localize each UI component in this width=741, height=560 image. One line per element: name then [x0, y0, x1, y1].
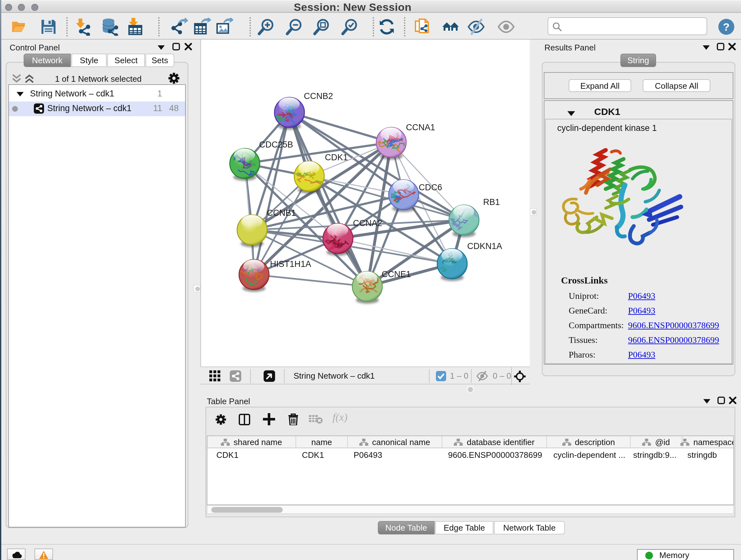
- svg-text:CCNA1: CCNA1: [406, 123, 435, 132]
- svg-text:CDKN1A: CDKN1A: [467, 241, 502, 251]
- svg-text:CDK1: CDK1: [325, 152, 348, 162]
- svg-text:CDC25B: CDC25B: [259, 140, 293, 149]
- svg-text:CCNB1: CCNB1: [267, 208, 296, 218]
- svg-text:CCNE1: CCNE1: [382, 269, 411, 279]
- svg-text:CCNB2: CCNB2: [304, 91, 333, 101]
- svg-text:RB1: RB1: [483, 197, 500, 207]
- svg-text:CCNA2: CCNA2: [353, 219, 382, 228]
- svg-text:CDC6: CDC6: [419, 183, 442, 192]
- svg-text:HIST1H1A: HIST1H1A: [270, 259, 311, 269]
- svg-text:?: ?: [723, 21, 730, 33]
